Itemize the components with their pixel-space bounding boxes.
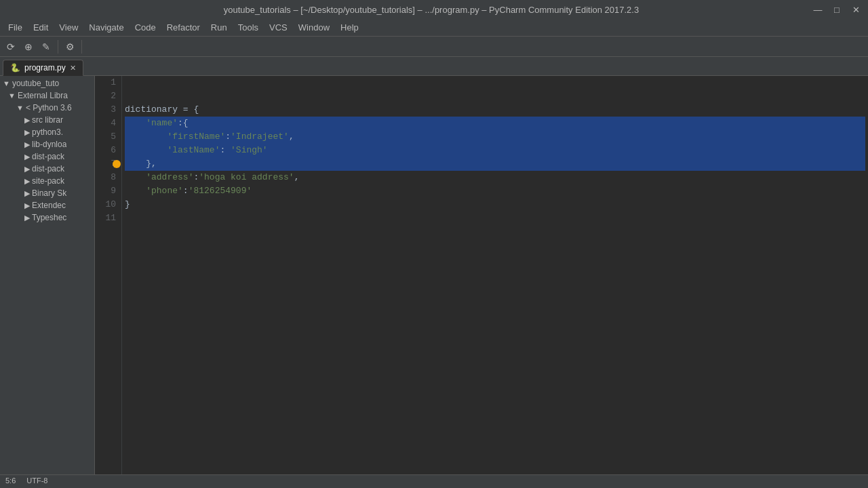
menu-item-help[interactable]: Help <box>335 21 364 34</box>
line-num-11: 11 <box>100 211 116 225</box>
status-bar: 5:6 UTF-8 <box>0 474 868 488</box>
menu-item-code[interactable]: Code <box>130 21 161 34</box>
tab-label: program.py <box>24 63 66 73</box>
debug-marker <box>113 160 121 168</box>
sidebar-item-2[interactable]: ▶src librar <box>0 114 94 126</box>
toolbar-btn-1[interactable]: ⟳ <box>3 39 19 55</box>
code-line-2[interactable]: 'name':{ <box>125 117 865 130</box>
toolbar-separator <box>58 40 58 54</box>
sidebar-item-3[interactable]: ▶python3. <box>0 126 94 138</box>
tree-item-label: dist-pack <box>32 152 64 161</box>
code-area[interactable]: 1234567891011 dictionary = { 'name':{ 'f… <box>95 76 868 474</box>
code-line-7[interactable]: 'phone':'8126254909' <box>125 184 865 198</box>
tree-item-label: External Libra <box>18 91 68 100</box>
toolbar: ⟳ ⊕ ✎ ⚙ <box>0 37 868 57</box>
code-text-line-4: 'lastName': 'Singh' <box>125 144 268 157</box>
sidebar-item-1[interactable]: ▼< Python 3.6 <box>0 102 94 114</box>
code-line-4[interactable]: 'lastName': 'Singh' <box>125 144 865 157</box>
root-label: youtube_tuto <box>12 79 59 88</box>
tree-item-label: src librar <box>32 115 63 125</box>
tree-expand-icon: ▼ <box>16 104 24 112</box>
menu-item-vcs[interactable]: VCS <box>264 21 293 34</box>
code-line-5[interactable]: }, <box>125 157 865 171</box>
tree-item-label: Typeshec <box>32 213 66 222</box>
maximize-button[interactable]: □ <box>827 3 846 16</box>
line-num-8: 8 <box>100 171 116 184</box>
sidebar-item-8[interactable]: ▶Binary Sk <box>0 187 94 199</box>
code-line-1[interactable]: dictionary = { <box>125 103 865 117</box>
menu-item-navigate[interactable]: Navigate <box>83 21 129 34</box>
menu-item-file[interactable]: File <box>3 21 28 34</box>
encoding: UTF-8 <box>26 476 47 487</box>
code-line-9[interactable] <box>125 211 865 225</box>
tree-expand-icon: ▶ <box>24 214 30 222</box>
menu-item-refactor[interactable]: Refactor <box>161 21 205 34</box>
sidebar-item-10[interactable]: ▶Typeshec <box>0 211 94 224</box>
tree-item-label: site-pack <box>32 176 64 186</box>
window-title: youtube_tutorials – [~/Desktop/youtube_t… <box>54 5 808 15</box>
line-numbers: 1234567891011 <box>95 76 122 474</box>
project-sidebar[interactable]: ▼ youtube_tuto ▼External Libra▼< Python … <box>0 76 95 474</box>
sidebar-item-4[interactable]: ▶lib-dynloa <box>0 138 94 150</box>
title-bar: youtube_tutorials – [~/Desktop/youtube_t… <box>0 0 868 19</box>
line-num-5: 5 <box>100 130 116 144</box>
sidebar-root[interactable]: ▼ youtube_tuto <box>0 77 94 89</box>
tree-expand-icon: ▶ <box>24 140 30 149</box>
code-text-line-1: dictionary = { <box>125 103 199 117</box>
tree-item-label: < Python 3.6 <box>26 103 72 113</box>
line-num-2: 2 <box>100 89 116 103</box>
code-text-line-7: 'phone':'8126254909' <box>125 184 252 198</box>
tree-item-label: lib-dynloa <box>32 140 66 149</box>
main-area: ▼ youtube_tuto ▼External Libra▼< Python … <box>0 76 868 474</box>
menu-item-tools[interactable]: Tools <box>233 21 264 34</box>
toolbar-separator-2 <box>81 40 82 54</box>
close-button[interactable]: ✕ <box>846 3 865 16</box>
menu-item-window[interactable]: Window <box>293 21 335 34</box>
line-num-9: 9 <box>100 184 116 198</box>
toolbar-btn-3[interactable]: ✎ <box>38 39 54 55</box>
sidebar-item-9[interactable]: ▶Extendec <box>0 199 94 211</box>
tree-expand-icon: ▶ <box>24 152 30 161</box>
tree-expand-icon: ▼ <box>8 92 16 100</box>
window-controls[interactable]: — □ ✕ <box>808 3 868 16</box>
tree-item-label: Binary Sk <box>32 188 66 198</box>
sidebar-item-5[interactable]: ▶dist-pack <box>0 150 94 163</box>
toolbar-btn-4[interactable]: ⚙ <box>62 39 78 55</box>
sidebar-item-6[interactable]: ▶dist-pack <box>0 163 94 175</box>
tab-icon: 🐍 <box>10 63 20 73</box>
tree-expand-icon: ▶ <box>24 177 30 186</box>
code-content[interactable]: dictionary = { 'name':{ 'firstName':'Ind… <box>122 76 868 474</box>
line-num-3: 3 <box>100 103 116 117</box>
menu-item-edit[interactable]: Edit <box>28 21 54 34</box>
menu-bar: FileEditViewNavigateCodeRefactorRunTools… <box>0 19 868 37</box>
tab-program-py[interactable]: 🐍 program.py ✕ <box>3 60 83 76</box>
toolbar-btn-2[interactable]: ⊕ <box>20 39 37 55</box>
code-text-line-8: } <box>125 198 130 211</box>
tab-close-button[interactable]: ✕ <box>70 64 76 73</box>
tree-item-label: Extendec <box>32 201 66 210</box>
sidebar-items: ▼External Libra▼< Python 3.6▶src librar▶… <box>0 89 94 224</box>
code-line-3[interactable]: 'firstName':'Indrajeet', <box>125 130 865 144</box>
tab-bar: 🐍 program.py ✕ <box>0 57 868 76</box>
line-num-1: 1 <box>100 76 116 89</box>
code-editor[interactable]: 1234567891011 dictionary = { 'name':{ 'f… <box>95 76 868 474</box>
sidebar-item-0[interactable]: ▼External Libra <box>0 89 94 102</box>
collapse-icon: ▼ <box>3 79 10 87</box>
tree-expand-icon: ▶ <box>24 201 30 210</box>
code-line-11[interactable] <box>125 239 865 252</box>
code-text-line-2: 'name':{ <box>125 117 189 130</box>
sidebar-item-7[interactable]: ▶site-pack <box>0 175 94 187</box>
cursor-position: 5:6 <box>5 476 16 487</box>
tree-expand-icon: ▶ <box>24 128 30 137</box>
menu-item-view[interactable]: View <box>54 21 83 34</box>
code-text-line-6: 'address':'hoga koi address', <box>125 171 300 184</box>
minimize-button[interactable]: — <box>808 3 827 16</box>
tree-expand-icon: ▶ <box>24 116 30 125</box>
line-num-6: 6 <box>100 144 116 157</box>
menu-item-run[interactable]: Run <box>205 21 233 34</box>
code-line-8[interactable]: } <box>125 198 865 211</box>
line-num-10: 10 <box>100 198 116 211</box>
code-line-10[interactable] <box>125 225 865 239</box>
code-line-6[interactable]: 'address':'hoga koi address', <box>125 171 865 184</box>
code-text-line-5: }, <box>125 157 157 171</box>
